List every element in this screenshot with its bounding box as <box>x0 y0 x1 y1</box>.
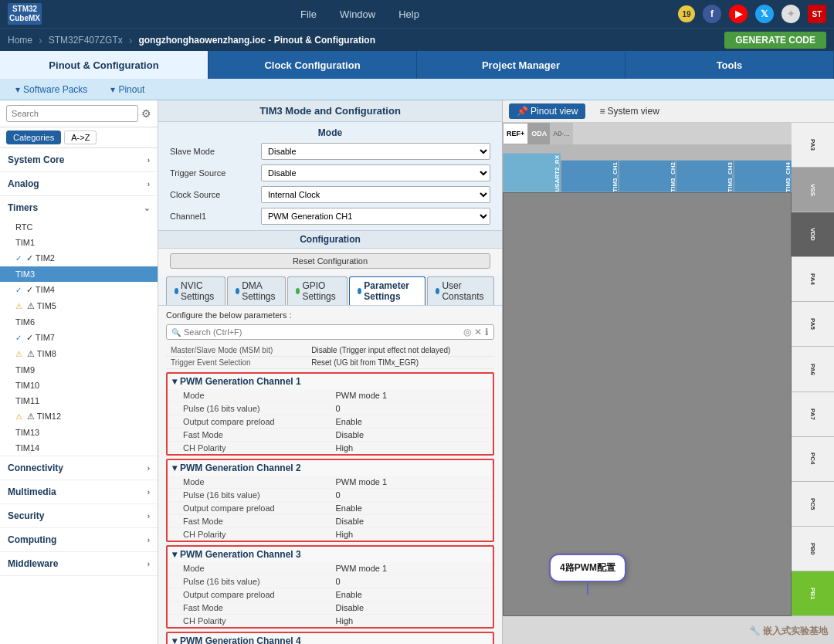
sidebar-item-tim10[interactable]: TIM10 <box>0 378 158 393</box>
reset-configuration-button[interactable]: Reset Configuration <box>170 253 490 269</box>
bottom-pin-label-1: TIM3_CH1 <box>561 161 619 192</box>
pin-pc4: PC4 <box>792 437 834 482</box>
notification-badge[interactable]: 19 <box>678 5 695 22</box>
tab-pinout-view[interactable]: 📌 Pinout view <box>509 103 585 119</box>
facebook-icon[interactable]: f <box>703 5 721 23</box>
cat-tab-categories[interactable]: Categories <box>6 130 61 144</box>
info-icon[interactable]: ℹ <box>485 327 489 337</box>
list-item: CH PolarityHigh <box>168 528 493 541</box>
menu-window[interactable]: Window <box>340 8 375 20</box>
pwm-channel-2-header[interactable]: ▾ PWM Generation Channel 2 <box>168 460 493 476</box>
tab-system-view[interactable]: ≡ System view <box>592 103 666 119</box>
sidebar-item-tim5[interactable]: ⚠ TIM5 <box>0 298 158 314</box>
sidebar-item-tim9[interactable]: TIM9 <box>0 362 158 378</box>
sidebar-item-tim3[interactable]: TIM3 <box>0 266 158 282</box>
section-security: Security › <box>0 504 158 528</box>
list-item: CH PolarityHigh <box>168 615 493 627</box>
section-middleware-label: Middleware <box>8 558 58 569</box>
tab-dma-settings[interactable]: DMA Settings <box>227 276 286 305</box>
right-pins: PA3VSSVDDPA4PA5PA6PA7PC4PC5PB0PB1 <box>792 123 834 616</box>
section-analog-label: Analog <box>8 178 39 189</box>
section-system-core-header[interactable]: System Core › <box>0 148 158 171</box>
mode-row-ch1: Channel1 PWM Generation CH1 <box>170 205 490 227</box>
chevron-right-icon-mid: › <box>147 560 150 568</box>
youtube-icon[interactable]: ▶ <box>729 5 748 23</box>
breadcrumb-project[interactable]: gongzhonghaowenzhang.ioc - Pinout & Conf… <box>138 35 375 46</box>
generate-code-button[interactable]: GENERATE CODE <box>724 32 826 49</box>
trigger-source-select[interactable]: Disable <box>261 164 490 181</box>
menu-file[interactable]: File <box>300 8 317 20</box>
right-panel: 📌 Pinout view ≡ System view REF+ ODA A0-… <box>502 100 834 644</box>
sub-tab-software-packs[interactable]: ▾ Software Packs <box>15 84 87 95</box>
section-computing-header[interactable]: Computing › <box>0 528 158 551</box>
pin-pc5: PC5 <box>792 482 834 527</box>
panel-title: TIM3 Mode and Configuration <box>158 100 502 122</box>
clock-source-select[interactable]: Internal Clock <box>261 186 490 203</box>
top-labels: REF+ ODA A0-... <box>503 123 792 144</box>
watermark-icon: 🔧 <box>749 625 763 636</box>
sidebar-item-tim6[interactable]: TIM6 <box>0 314 158 330</box>
section-timers-header[interactable]: Timers ⌄ <box>0 196 158 219</box>
sidebar-item-tim2[interactable]: ✓ TIM2 <box>0 250 158 266</box>
pwm-channel-1-header[interactable]: ▾ PWM Generation Channel 1 <box>168 374 493 389</box>
sidebar-item-tim4[interactable]: ✓ TIM4 <box>0 282 158 298</box>
sidebar-item-rtc[interactable]: RTC <box>0 219 158 235</box>
sidebar-item-tim13[interactable]: TIM13 <box>0 425 158 440</box>
sidebar-item-tim11[interactable]: TIM11 <box>0 393 158 408</box>
pwm-channel-3-header[interactable]: ▾ PWM Generation Channel 3 <box>168 547 493 562</box>
breadcrumb-device[interactable]: STM32F407ZGTx <box>49 35 123 46</box>
network-icon[interactable]: ✦ <box>781 5 800 23</box>
clear-icon[interactable]: ✕ <box>474 327 482 337</box>
breadcrumb-sep1: › <box>39 34 42 46</box>
sidebar-item-tim8[interactable]: ⚠ TIM8 <box>0 346 158 362</box>
menu-help[interactable]: Help <box>398 8 419 20</box>
twitter-icon[interactable]: 𝕏 <box>755 5 774 23</box>
filter-icon[interactable]: ◎ <box>463 327 471 337</box>
param-table: Master/Slave Mode (MSM bit) Disable (Tri… <box>166 344 494 369</box>
tab-nvic-settings[interactable]: NVIC Settings <box>166 276 225 305</box>
section-security-header[interactable]: Security › <box>0 504 158 527</box>
tab-clock[interactable]: Clock Configuration <box>208 51 417 79</box>
sidebar-item-tim14[interactable]: TIM14 <box>0 440 158 456</box>
annotation-bubble: 4路PWM配置 <box>549 554 626 582</box>
section-connectivity-header[interactable]: Connectivity › <box>0 456 158 480</box>
param-area: Configure the below parameters : 🔍 ◎ ✕ ℹ… <box>158 306 502 644</box>
param-search-input[interactable] <box>184 327 460 337</box>
tab-project[interactable]: Project Manager <box>417 51 626 79</box>
pwm-channel-2: ▾ PWM Generation Channel 2ModePWM mode 1… <box>166 459 494 542</box>
pwm-channel-4: ▾ PWM Generation Channel 4ModePWM mode 1… <box>166 632 494 644</box>
channel1-label: Channel1 <box>170 212 255 221</box>
chevron-down-icon-timers: ⌄ <box>144 204 150 212</box>
sub-tab-pinout[interactable]: ▾ Pinout <box>110 84 144 95</box>
st-logo[interactable]: ST <box>808 5 826 23</box>
breadcrumb-home[interactable]: Home <box>8 35 32 46</box>
tab-user-constants[interactable]: User Constants <box>427 276 494 305</box>
sidebar-item-tim7[interactable]: ✓ TIM7 <box>0 330 158 346</box>
bottom-vertical-labels: USART2_RXTIM3_CH1TIM3_CH2TIM3_CH3TIM3_CH… <box>503 144 792 192</box>
section-analog-header[interactable]: Analog › <box>0 172 158 195</box>
channel1-select[interactable]: PWM Generation CH1 <box>261 208 490 225</box>
sidebar-item-tim12[interactable]: ⚠ TIM12 <box>0 408 158 425</box>
sidebar-item-tim1[interactable]: TIM1 <box>0 235 158 250</box>
list-item: Fast ModeDisable <box>168 429 493 442</box>
tab-gpio-settings[interactable]: GPIO Settings <box>287 276 348 305</box>
slave-mode-select[interactable]: Disable <box>261 143 490 160</box>
search-input[interactable] <box>6 105 138 122</box>
table-row: Trigger Event Selection Reset (UG bit fr… <box>166 357 494 369</box>
pwm-channel-4-header[interactable]: ▾ PWM Generation Channel 4 <box>168 633 493 644</box>
cat-tab-az[interactable]: A->Z <box>64 130 97 144</box>
chevron-right-icon-sec: › <box>147 512 150 520</box>
tab-tools[interactable]: Tools <box>626 51 834 79</box>
config-title: Configuration <box>158 231 502 249</box>
pwm-channel-1: ▾ PWM Generation Channel 1ModePWM mode 1… <box>166 372 494 456</box>
config-tabs: NVIC Settings DMA Settings GPIO Settings… <box>158 273 502 306</box>
section-multimedia-header[interactable]: Multimedia › <box>0 480 158 503</box>
section-computing-label: Computing <box>8 534 56 545</box>
gear-icon[interactable]: ⚙ <box>141 107 151 120</box>
section-middleware-header[interactable]: Middleware › <box>0 552 158 575</box>
tab-gpio-label: GPIO Settings <box>302 280 339 302</box>
tab-parameter-settings[interactable]: Parameter Settings <box>349 276 425 305</box>
tab-pinout[interactable]: Pinout & Configuration <box>0 51 208 79</box>
sub-tabs: ▾ Software Packs ▾ Pinout <box>0 79 834 100</box>
logo: STM32CubeMX <box>8 3 42 25</box>
